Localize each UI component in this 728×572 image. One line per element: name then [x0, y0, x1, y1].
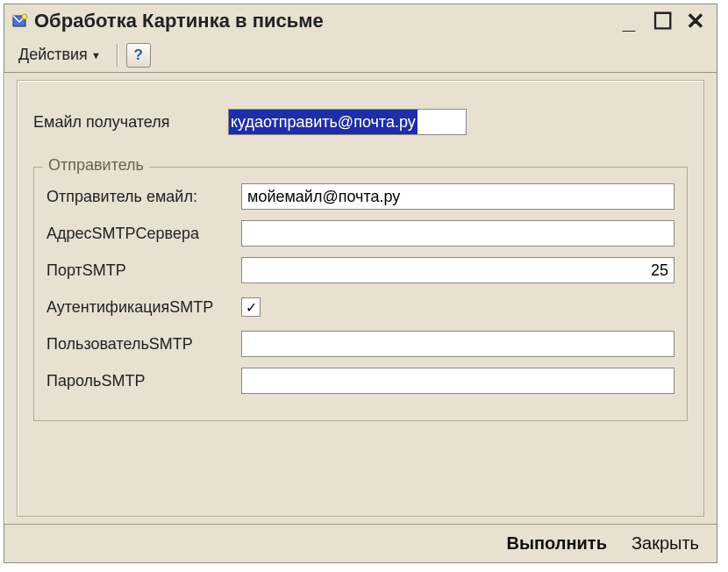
smtp-auth-row: АутентификацияSMTP ✓: [46, 292, 674, 322]
smtp-user-label: ПользовательSMTP: [46, 335, 241, 354]
check-icon: ✓: [246, 299, 257, 316]
smtp-server-input[interactable]: [241, 220, 674, 247]
actions-menu-label: Действия: [18, 46, 88, 64]
close-button[interactable]: Закрыть: [628, 532, 703, 555]
sender-email-input[interactable]: [241, 183, 674, 210]
app-window: Обработка Картинка в письме _ ☐ ✕ Действ…: [4, 4, 717, 563]
smtp-pass-row: ПарольSMTP: [46, 366, 674, 396]
svg-point-1: [22, 14, 27, 19]
help-button[interactable]: ?: [126, 43, 151, 68]
smtp-port-input[interactable]: [241, 257, 674, 283]
window-title: Обработка Картинка в письме: [34, 10, 615, 32]
window-controls: _ ☐ ✕: [620, 12, 710, 30]
smtp-pass-label: ПарольSMTP: [46, 372, 241, 390]
close-window-button[interactable]: ✕: [687, 12, 704, 30]
footer: Выполнить Закрыть: [4, 524, 717, 562]
smtp-auth-label: АутентификацияSMTP: [46, 298, 241, 317]
sender-email-label: Отправитель емайл:: [46, 188, 241, 206]
smtp-pass-input[interactable]: [241, 368, 674, 394]
titlebar: Обработка Картинка в письме _ ☐ ✕: [4, 4, 717, 38]
smtp-server-row: АдресSMTPСервера: [46, 218, 674, 248]
minimize-button[interactable]: _: [620, 12, 638, 30]
form-panel: Емайл получателя кудаотправить@почта.ру …: [17, 80, 704, 517]
smtp-user-row: ПользовательSMTP: [46, 329, 674, 359]
actions-menu[interactable]: Действия ▼: [11, 42, 108, 68]
content-area: Емайл получателя кудаотправить@почта.ру …: [4, 73, 717, 524]
chevron-down-icon: ▼: [91, 50, 101, 61]
toolbar-separator: [117, 44, 118, 67]
smtp-auth-checkbox[interactable]: ✓: [241, 297, 261, 317]
maximize-button[interactable]: ☐: [653, 12, 671, 30]
recipient-value: кудаотправить@почта.ру: [229, 110, 418, 134]
smtp-user-input[interactable]: [241, 331, 674, 357]
smtp-port-label: ПортSMTP: [46, 261, 241, 280]
recipient-input[interactable]: кудаотправить@почта.ру: [228, 109, 467, 135]
smtp-server-label: АдресSMTPСервера: [46, 225, 241, 243]
recipient-label: Емайл получателя: [33, 113, 228, 132]
sender-fieldset: Отправитель Отправитель емайл: АдресSMTP…: [33, 167, 688, 421]
sender-email-row: Отправитель емайл:: [46, 182, 674, 211]
smtp-port-row: ПортSMTP: [46, 255, 674, 285]
toolbar: Действия ▼ ?: [4, 38, 717, 73]
sender-legend: Отправитель: [43, 156, 149, 175]
recipient-row: Емайл получателя кудаотправить@почта.ру: [33, 107, 688, 137]
app-icon: [11, 12, 29, 30]
execute-button[interactable]: Выполнить: [503, 532, 610, 555]
